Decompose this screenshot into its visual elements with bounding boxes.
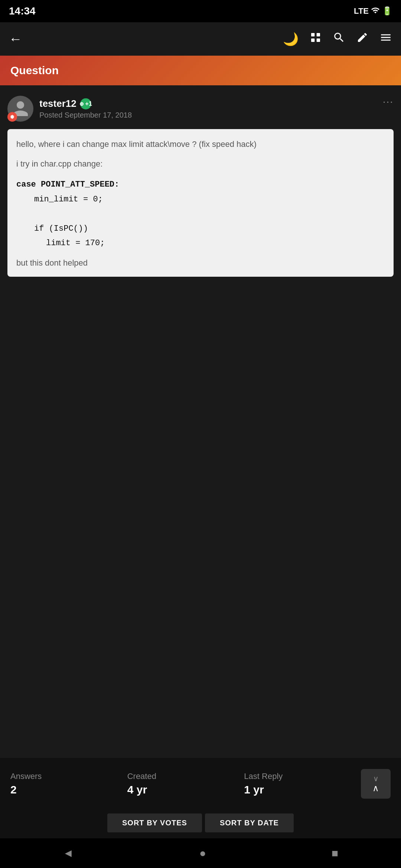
top-nav: ← 🌙 xyxy=(0,22,401,56)
moon-icon[interactable]: 🌙 xyxy=(283,32,299,46)
stat-answers: Answers 2 xyxy=(10,772,127,796)
section-header: Question xyxy=(0,56,401,85)
battery-icon: 🔋 xyxy=(382,6,392,16)
content-footer: but this dont helped xyxy=(16,258,385,268)
search-icon[interactable] xyxy=(333,31,345,47)
menu-icon[interactable] xyxy=(379,31,392,47)
last-reply-label: Last Reply xyxy=(244,772,283,781)
code-line-3 xyxy=(16,207,385,221)
code-line-5: limit = 170; xyxy=(16,236,385,251)
nav-home-button[interactable]: ● xyxy=(199,847,206,859)
status-time: 14:34 xyxy=(9,5,36,17)
chevron-down-icon: ∨ xyxy=(373,775,379,782)
code-line-1: case POINT_ATT_SPEED: xyxy=(16,177,385,192)
stat-last-reply: Last Reply 1 yr xyxy=(244,772,361,796)
svg-rect-1 xyxy=(317,33,320,36)
status-icons: LTE 🔋 xyxy=(354,6,392,16)
created-value: 4 yr xyxy=(127,783,147,796)
lte-icon: LTE xyxy=(354,6,369,16)
answers-label: Answers xyxy=(10,772,42,781)
nav-back-button[interactable]: ◄ xyxy=(63,847,74,859)
answers-value: 2 xyxy=(10,783,17,796)
nav-recent-button[interactable]: ■ xyxy=(332,847,338,859)
post-author: tester12 ⊕ +1 Posted September 17, 2018 xyxy=(7,96,132,122)
status-bar: 14:34 LTE 🔋 xyxy=(0,0,401,22)
code-block: case POINT_ATT_SPEED: min_limit = 0; if … xyxy=(16,177,385,251)
back-icon[interactable]: ← xyxy=(9,31,22,46)
more-options-button[interactable]: ··· xyxy=(383,96,394,108)
post-date: Posted September 17, 2018 xyxy=(39,111,132,119)
content-intro: hello, where i can change max limit atta… xyxy=(16,138,385,150)
bottom-nav: ◄ ● ■ xyxy=(0,838,401,868)
svg-rect-3 xyxy=(317,39,320,42)
svg-rect-0 xyxy=(311,33,314,36)
content-box: hello, where i can change max limit atta… xyxy=(7,129,394,277)
back-button[interactable]: ← xyxy=(9,31,22,47)
section-title: Question xyxy=(10,64,59,77)
sort-bar: SORT BY VOTES SORT BY DATE xyxy=(0,806,401,838)
user-badge xyxy=(7,112,17,122)
avatar-wrapper xyxy=(7,96,33,122)
scroll-top-button[interactable]: ∨ ∧ xyxy=(361,769,391,799)
created-label: Created xyxy=(127,772,156,781)
post-header: tester12 ⊕ +1 Posted September 17, 2018 … xyxy=(7,96,394,122)
author-name: tester12 ⊕ +1 xyxy=(39,98,132,109)
grid-icon[interactable] xyxy=(310,32,322,46)
content-try: i try in char.cpp change: xyxy=(16,158,385,170)
sort-by-votes-button[interactable]: SORT BY VOTES xyxy=(107,813,202,832)
reputation-badge: ⊕ +1 xyxy=(80,98,91,109)
last-reply-value: 1 yr xyxy=(244,783,264,796)
signal-icon xyxy=(371,6,380,16)
stats-bar: Answers 2 Created 4 yr Last Reply 1 yr ∨… xyxy=(0,758,401,806)
nav-icons: 🌙 xyxy=(283,31,392,47)
svg-rect-2 xyxy=(311,39,314,42)
question-container: tester12 ⊕ +1 Posted September 17, 2018 … xyxy=(0,85,401,758)
chevron-up-icon: ∧ xyxy=(372,784,379,793)
sort-by-date-button[interactable]: SORT BY DATE xyxy=(205,813,294,832)
code-line-2: min_limit = 0; xyxy=(16,192,385,207)
stat-created: Created 4 yr xyxy=(127,772,244,796)
code-line-4: if (IsPC()) xyxy=(16,221,385,236)
edit-icon[interactable] xyxy=(356,32,368,46)
author-info: tester12 ⊕ +1 Posted September 17, 2018 xyxy=(39,98,132,119)
